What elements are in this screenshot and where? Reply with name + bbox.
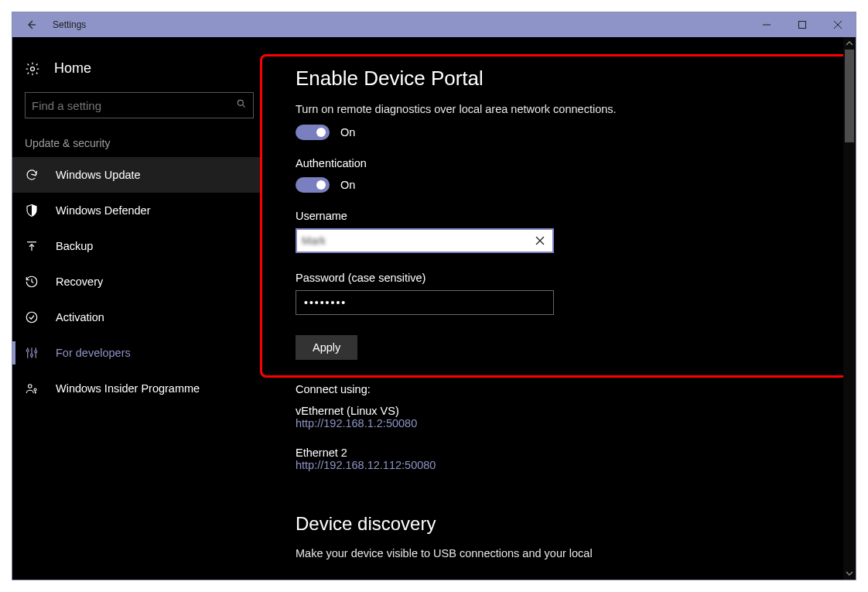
chevron-down-icon [846,570,853,577]
sidebar-item-windows-update[interactable]: Windows Update [12,157,260,193]
maximize-icon [798,20,807,29]
network-2-name: Ethernet 2 [296,443,856,459]
password-field[interactable] [296,290,554,315]
title-bar: Settings [12,12,856,37]
section-title: Update & security [12,132,260,157]
back-button[interactable] [12,12,50,37]
main-content: Enable Device Portal Turn on remote diag… [260,37,856,580]
sidebar-item-recovery[interactable]: Recovery [12,264,260,299]
network-1-name: vEthernet (Linux VS) [296,402,856,417]
sync-icon [25,168,42,182]
search-icon [236,98,247,112]
sidebar-item-activation[interactable]: Activation [12,299,260,335]
scroll-up-button[interactable] [843,37,856,50]
svg-point-4 [31,67,35,70]
clear-icon [535,236,545,245]
arrow-up-bar-icon [25,239,42,253]
people-key-icon [25,382,42,395]
home-label: Home [54,60,91,77]
password-label: Password (case sensitive) [296,269,856,290]
window-title: Settings [50,19,86,30]
sidebar-item-windows-defender[interactable]: Windows Defender [12,193,260,228]
sidebar-item-label: Windows Defender [56,204,151,217]
sidebar-item-label: For developers [56,347,131,359]
device-discovery-description: Make your device visible to USB connecti… [296,546,856,567]
sidebar-item-label: Windows Update [56,169,141,181]
shield-icon [25,204,42,217]
check-circle-icon [25,310,42,324]
section-heading-device-discovery: Device discovery [296,485,856,546]
gear-icon [25,61,43,77]
maximize-button[interactable] [784,12,820,37]
sliders-icon [25,346,42,360]
settings-window: Settings Home [12,12,856,580]
close-button[interactable] [820,12,856,37]
scrollbar-thumb[interactable] [845,50,854,142]
authentication-label: Authentication [296,154,856,176]
minimize-button[interactable] [749,12,784,37]
svg-rect-1 [799,22,806,29]
svg-line-6 [242,104,244,107]
sidebar-item-windows-insider[interactable]: Windows Insider Programme [12,371,260,406]
svg-point-11 [26,350,29,352]
sidebar-item-backup[interactable]: Backup [12,228,260,264]
svg-point-16 [29,385,32,388]
network-2-link[interactable]: http://192.168.12.112:50080 [296,459,856,485]
home-link[interactable]: Home [12,56,260,84]
sidebar-item-label: Recovery [56,275,103,288]
history-icon [25,275,42,289]
device-portal-toggle[interactable] [296,125,330,140]
sidebar-item-label: Backup [56,240,93,252]
svg-point-5 [238,100,243,105]
sidebar-item-for-developers[interactable]: For developers [12,335,260,371]
device-portal-toggle-label: On [340,126,355,139]
authentication-toggle[interactable] [296,177,330,193]
device-portal-description: Turn on remote diagnostics over local ar… [296,101,856,123]
svg-point-13 [31,354,33,357]
username-field[interactable] [296,228,554,253]
sidebar: Home Update & security Windows Update Wi… [12,37,260,580]
chevron-up-icon [846,39,853,47]
arrow-left-icon [25,19,37,31]
window-body: Home Update & security Windows Update Wi… [12,37,856,580]
apply-button[interactable]: Apply [296,335,357,360]
authentication-toggle-label: On [340,179,355,191]
password-input[interactable] [304,296,545,309]
network-1-link[interactable]: http://192.168.1.2:50080 [296,417,856,443]
connect-using-label: Connect using: [296,383,856,402]
sidebar-item-label: Windows Insider Programme [56,382,200,395]
clear-username-button[interactable] [532,236,548,245]
minimize-icon [762,20,771,29]
username-input[interactable] [302,234,532,247]
vertical-scrollbar[interactable] [843,37,856,580]
search-input[interactable] [32,99,236,112]
sidebar-item-label: Activation [56,311,104,323]
username-label: Username [296,207,856,228]
scroll-down-button[interactable] [843,567,856,580]
svg-point-15 [35,351,37,353]
close-icon [833,20,842,29]
svg-point-17 [34,388,36,391]
search-box[interactable] [25,92,254,118]
section-heading-device-portal: Enable Device Portal [296,37,856,101]
svg-point-9 [26,312,37,323]
